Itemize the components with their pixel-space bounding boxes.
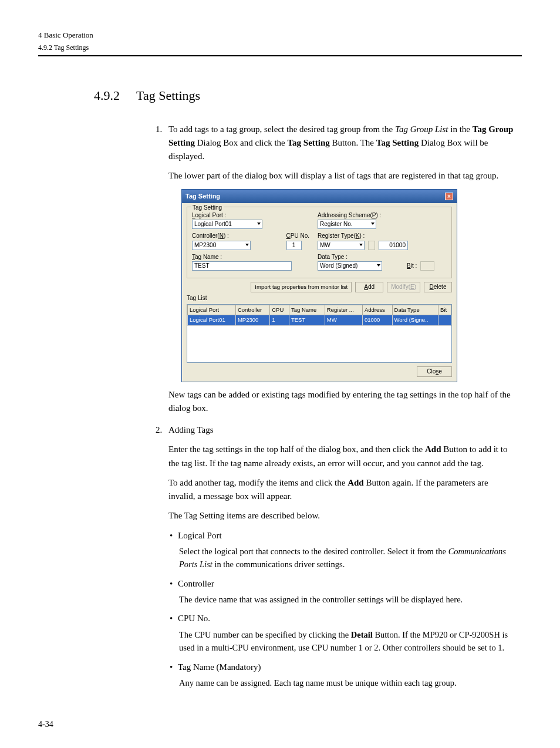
header-chapter: 4 Basic Operation <box>38 29 522 41</box>
tag-list-table[interactable]: Logical Port Controller CPU Tag Name Reg… <box>187 304 452 363</box>
table-header-row: Logical Port Controller CPU Tag Name Reg… <box>188 305 451 315</box>
section-heading: 4.9.2Tag Settings <box>94 86 522 105</box>
register-type-select[interactable]: MW <box>318 241 365 250</box>
tag-list-label: Tag List <box>187 294 452 303</box>
groupbox-title: Tag Setting <box>191 203 224 213</box>
tag-setting-group: Tag Setting Logical Port : Logical Port0… <box>187 207 452 279</box>
address-prefix <box>368 241 375 250</box>
dialog-titlebar: Tag Setting × <box>182 190 457 203</box>
bullet-cpu-no: CPU No. The CPU number can be specified … <box>168 612 516 654</box>
bit-input <box>420 261 434 271</box>
list-item-1: To add tags to a tag group, select the d… <box>156 123 516 416</box>
bullet-tag-name: Tag Name (Mandatory) Any name can be ass… <box>168 661 516 690</box>
tag-setting-dialog: Tag Setting × Tag Setting Logical Port :… <box>181 189 457 382</box>
list-item-2: Adding Tags Enter the tag settings in th… <box>156 423 516 689</box>
section-number: 4.9.2 <box>94 86 120 105</box>
bullet-controller: Controller The device name that was assi… <box>168 577 516 607</box>
modify-button[interactable]: Modify(E) <box>387 282 420 292</box>
add-button[interactable]: Add <box>355 282 383 292</box>
data-type-select[interactable]: Word (Signed) <box>318 261 382 271</box>
logical-port-select[interactable]: Logical Port01 <box>192 220 262 229</box>
tag-name-input[interactable]: TEST <box>192 261 292 271</box>
page-number: 4-34 <box>38 718 53 721</box>
section-title: Tag Settings <box>136 88 200 103</box>
dialog-title-text: Tag Setting <box>185 191 220 201</box>
header-sub: 4.9.2 Tag Settings <box>38 42 522 53</box>
cpu-no-input[interactable]: 1 <box>286 241 302 250</box>
address-input[interactable]: 01000 <box>379 241 408 250</box>
table-row[interactable]: Logical Port01 MP2300 1 TEST MW 01000 Wo… <box>188 315 451 326</box>
header-rule <box>38 55 522 56</box>
bullet-logical-port: Logical Port Select the logical port tha… <box>168 529 516 571</box>
addressing-scheme-select[interactable]: Register No. <box>318 220 376 229</box>
import-button[interactable]: Import tag properties from monitor list <box>251 282 352 292</box>
close-icon[interactable]: × <box>445 193 453 200</box>
delete-button[interactable]: Delete <box>424 282 452 292</box>
close-button[interactable]: Close <box>417 366 452 377</box>
controller-select[interactable]: MP2300 <box>192 241 251 250</box>
